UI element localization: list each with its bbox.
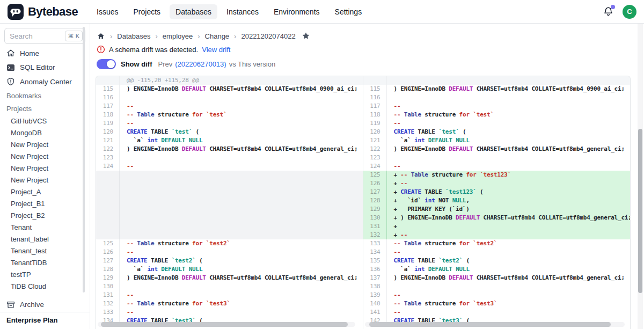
diff-pane-current: 115) ENGINE=InnoDB DEFAULT CHARSET=utf8m…	[363, 76, 631, 329]
project-item[interactable]: GitHubVCS	[0, 115, 90, 127]
alert-circle-icon	[97, 45, 105, 54]
left-horizontal-scrollbar[interactable]	[101, 322, 348, 327]
diff-line: 120CREATE TABLE `test` (	[363, 128, 631, 136]
sidebar-scrollbar[interactable]	[83, 27, 85, 293]
project-item[interactable]: Project_B1	[0, 198, 90, 210]
diff-line: 137) ENGINE=InnoDB DEFAULT CHARSET=utf8m…	[363, 274, 631, 282]
diff-line: 138	[363, 282, 631, 291]
avatar[interactable]: C	[623, 5, 636, 19]
navbar-right: C	[603, 5, 636, 19]
project-item[interactable]: New Project	[0, 174, 90, 186]
line-number: 127	[363, 188, 387, 196]
line-number: 119	[363, 119, 387, 128]
line-number: 117	[96, 102, 120, 111]
project-item[interactable]: MongoDB	[0, 127, 90, 139]
diff-line: 125-- Table structure for `test2`	[96, 239, 363, 248]
breadcrumb-home-icon[interactable]	[97, 32, 105, 40]
line-number: 134	[363, 248, 387, 257]
project-item[interactable]: Tenant_test	[0, 245, 90, 257]
schema-diff-view: @@ -115,20 +115,28 @@115) ENGINE=InnoDB …	[96, 76, 631, 329]
archive-icon	[6, 301, 15, 309]
diff-line: 136 `a` int DEFAULT NULL	[363, 265, 631, 274]
view-drift-link[interactable]: View drift	[202, 46, 230, 54]
line-number: 129	[96, 274, 120, 282]
project-item[interactable]: testTP	[0, 269, 90, 281]
nav-item-settings[interactable]: Settings	[329, 4, 368, 19]
diff-line: 130	[96, 282, 363, 291]
line-number: 130	[363, 214, 387, 222]
nav-item-projects[interactable]: Projects	[128, 4, 167, 19]
sidebar-item-sql-editor[interactable]: SQL Editor	[0, 60, 90, 74]
line-number: 132	[96, 299, 120, 308]
line-number: 139	[363, 291, 387, 299]
line-number: 141	[363, 308, 387, 317]
line-number	[96, 205, 120, 214]
diff-line: 128 `a` int DEFAULT NULL	[96, 265, 363, 274]
star-icon[interactable]	[302, 32, 310, 40]
line-number: 121	[363, 136, 387, 145]
terminal-icon	[6, 63, 15, 72]
diff-line: 119--	[363, 119, 631, 128]
diff-line: 127CREATE TABLE `test2` (	[96, 257, 363, 265]
project-item[interactable]: tenant_label	[0, 233, 90, 245]
diff-pane-previous: @@ -115,20 +115,28 @@115) ENGINE=InnoDB …	[96, 76, 363, 329]
diff-line: 131+	[363, 222, 631, 231]
show-diff-toggle[interactable]	[97, 59, 116, 69]
project-item[interactable]: New Project	[0, 139, 90, 151]
nav-item-databases[interactable]: Databases	[170, 4, 217, 19]
diff-filler-line	[96, 222, 363, 231]
diff-line: 130+ ) ENGINE=InnoDB DEFAULT CHARSET=utf…	[363, 214, 631, 222]
sidebar-item-home[interactable]: Home	[0, 46, 90, 60]
project-item[interactable]: New Project	[0, 151, 90, 163]
project-item[interactable]: TenantTiDB	[0, 257, 90, 269]
line-number: 117	[363, 102, 387, 111]
line-number: 116	[363, 93, 387, 102]
prev-version-link[interactable]: (202206270013)	[175, 60, 226, 68]
diff-line: 134--	[363, 248, 631, 257]
project-item[interactable]: Tenant	[0, 222, 90, 233]
line-number: 122	[363, 145, 387, 153]
breadcrumb-version[interactable]: 20221202074022	[241, 32, 295, 40]
line-number: 116	[96, 93, 120, 102]
line-number: 115	[96, 85, 120, 93]
diff-toolbar: Show diff Prev (202206270013) vs This ve…	[97, 59, 644, 69]
breadcrumb-change[interactable]: Change	[205, 32, 230, 40]
diff-line: 128+ `id` int NOT NULL,	[363, 196, 631, 205]
line-number: 120	[363, 128, 387, 136]
nav-item-instances[interactable]: Instances	[221, 4, 265, 19]
diff-line: 127+ CREATE TABLE `test123` (	[363, 188, 631, 196]
bytebase-logo[interactable]: Bytebase	[8, 4, 78, 20]
diff-line: 122) ENGINE=InnoDB DEFAULT CHARSET=utf8m…	[96, 145, 363, 153]
diff-line: 124--	[96, 162, 363, 171]
breadcrumb-employee[interactable]: employee	[163, 32, 193, 40]
diff-line: 118-- Table structure for `test`	[96, 111, 363, 119]
sidebar-item-anomaly-center[interactable]: Anomaly Center	[0, 75, 90, 89]
diff-line: 117--	[363, 102, 631, 111]
project-item[interactable]: New Project	[0, 163, 90, 174]
line-number: 126	[96, 248, 120, 257]
line-number	[96, 231, 120, 239]
page-vertical-scrollbar[interactable]	[638, 129, 642, 293]
diff-line: 116	[363, 93, 631, 102]
prev-label: Prev	[158, 60, 173, 68]
sidebar-item-archive[interactable]: Archive	[0, 298, 90, 312]
home-icon	[6, 49, 15, 57]
notifications-button[interactable]	[603, 6, 614, 17]
diff-filler-line	[96, 188, 363, 196]
line-number: 123	[96, 153, 120, 162]
project-item[interactable]: Project_A	[0, 186, 90, 198]
brand-name: Bytebase	[28, 5, 78, 19]
line-number: 128	[363, 196, 387, 205]
diff-line: 125+ -- Table structure for `test123`	[363, 171, 631, 179]
alert-text: A schema drift was detected.	[109, 46, 198, 54]
top-navbar: Bytebase IssuesProjectsDatabasesInstance…	[0, 0, 644, 24]
line-number: 137	[363, 274, 387, 282]
project-item[interactable]: Project_B2	[0, 210, 90, 222]
project-item[interactable]: TiDB Cloud	[0, 281, 90, 293]
nav-item-environments[interactable]: Environments	[268, 4, 326, 19]
diff-filler-line	[96, 171, 363, 179]
right-horizontal-scrollbar[interactable]	[369, 322, 611, 327]
line-number: 133	[96, 308, 120, 317]
breadcrumb-databases[interactable]: Databases	[117, 32, 150, 40]
nav-item-issues[interactable]: Issues	[91, 4, 124, 19]
